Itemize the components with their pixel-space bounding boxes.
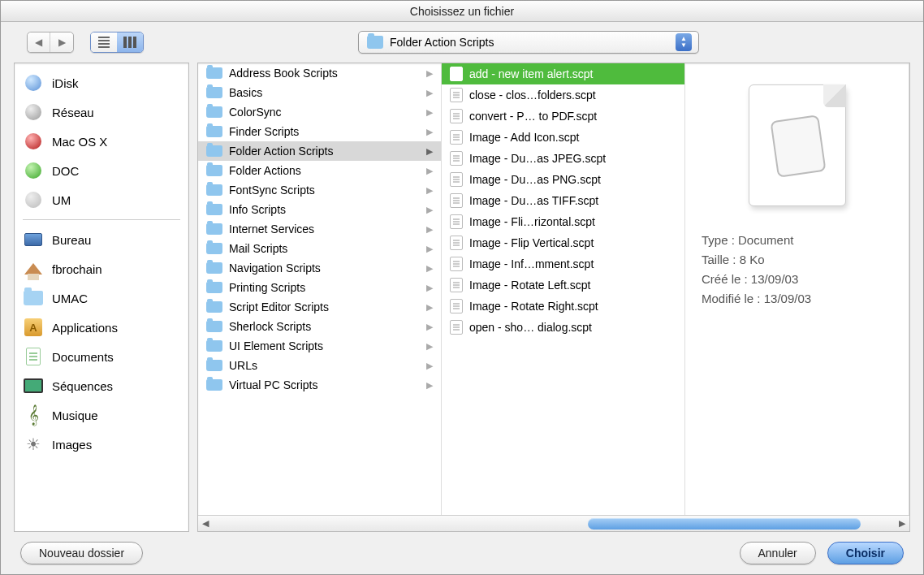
- um-icon: [23, 189, 44, 210]
- column-view-icon: [123, 37, 136, 48]
- preview-type: Type : Document: [702, 231, 892, 250]
- script-file-icon: [450, 257, 463, 271]
- folder-row[interactable]: Sherlock Scripts▶: [198, 317, 441, 336]
- file-row[interactable]: Image - Du…as PNG.scpt: [442, 169, 684, 190]
- folder-row[interactable]: FontSync Scripts▶: [198, 180, 441, 200]
- folder-row-label: Info Scripts: [229, 203, 420, 216]
- path-popup-label: Folder Action Scripts: [390, 36, 676, 49]
- sidebar-item[interactable]: UMAC: [15, 283, 188, 313]
- scroll-left-icon[interactable]: ◀: [198, 518, 213, 529]
- folder-row[interactable]: Navigation Scripts▶: [198, 258, 441, 278]
- sidebar-item[interactable]: Réseau: [15, 97, 188, 127]
- cancel-button[interactable]: Annuler: [740, 542, 816, 564]
- horizontal-scrollbar[interactable]: ◀ ▶: [198, 515, 909, 531]
- file-row-label: Image - Inf…mment.scpt: [469, 257, 676, 270]
- path-popup[interactable]: Folder Action Scripts ▲▼: [358, 31, 699, 54]
- idisk-icon: [23, 72, 44, 93]
- file-row[interactable]: Image - Du…as JPEG.scpt: [442, 148, 684, 169]
- chevron-right-icon: ▶: [426, 166, 433, 176]
- sidebar-item-label: Séquences: [52, 379, 113, 393]
- sidebar-item[interactable]: iDisk: [15, 68, 188, 97]
- folder-row-label: Basics: [229, 86, 420, 99]
- macosx-icon: [23, 131, 44, 152]
- folder-icon: [206, 67, 222, 79]
- desktop-icon: [23, 229, 44, 250]
- file-row[interactable]: Image - Add Icon.scpt: [442, 127, 684, 148]
- folder-row[interactable]: URLs▶: [198, 356, 441, 375]
- sidebar-item[interactable]: Séquences: [15, 371, 188, 400]
- scroll-track[interactable]: [213, 517, 895, 531]
- script-file-icon: [450, 278, 463, 292]
- folder-icon: [206, 184, 222, 196]
- sidebar-item[interactable]: Mac OS X: [15, 127, 188, 156]
- sidebar-item[interactable]: DOC: [15, 156, 188, 185]
- new-folder-button[interactable]: Nouveau dossier: [20, 542, 143, 564]
- chevron-right-icon: ▶: [426, 88, 433, 98]
- document-preview-icon: [749, 84, 846, 206]
- file-row[interactable]: Image - Fli…rizontal.scpt: [442, 211, 684, 232]
- folder-row[interactable]: Internet Services▶: [198, 219, 441, 239]
- sidebar-item[interactable]: ☀Images: [15, 430, 188, 459]
- folder-row-label: Virtual PC Scripts: [229, 378, 420, 391]
- file-row[interactable]: open - sho… dialog.scpt: [442, 317, 684, 338]
- scroll-right-icon[interactable]: ▶: [895, 518, 909, 529]
- sidebar-item-label: iDisk: [52, 76, 79, 90]
- preview-created: Créé le : 13/09/03: [702, 270, 892, 289]
- folder-row[interactable]: Basics▶: [198, 83, 441, 102]
- folder-row[interactable]: UI Element Scripts▶: [198, 336, 441, 356]
- column-1[interactable]: Address Book Scripts▶Basics▶ColorSync▶Fi…: [198, 63, 442, 515]
- folder-icon: [206, 165, 222, 176]
- folder-icon: [367, 36, 383, 49]
- file-row[interactable]: Image - Rotate Left.scpt: [442, 275, 684, 296]
- choose-button[interactable]: Choisir: [827, 542, 904, 564]
- script-file-icon: [450, 151, 463, 166]
- file-row[interactable]: Image - Rotate Right.scpt: [442, 296, 684, 317]
- scroll-thumb[interactable]: [588, 518, 861, 530]
- nav-back-button[interactable]: ◀: [28, 32, 50, 52]
- folder-row[interactable]: ColorSync▶: [198, 102, 441, 122]
- column-2[interactable]: add - new item alert.scptclose - clos…fo…: [442, 63, 685, 515]
- file-row[interactable]: Image - Flip Vertical.scpt: [442, 232, 684, 253]
- nav-buttons: ◀ ▶: [27, 32, 74, 53]
- sidebar-item[interactable]: Documents: [15, 342, 188, 371]
- view-mode-buttons: [90, 32, 144, 53]
- column-view-button[interactable]: [117, 32, 143, 52]
- folder-icon: [206, 106, 222, 118]
- folder-icon: [206, 360, 222, 371]
- script-file-icon: [450, 299, 463, 313]
- columns: Address Book Scripts▶Basics▶ColorSync▶Fi…: [198, 63, 909, 515]
- folder-row[interactable]: Folder Action Scripts▶: [198, 141, 441, 161]
- folder-icon: [206, 145, 222, 157]
- folder-row[interactable]: Folder Actions▶: [198, 161, 441, 180]
- network-icon: [23, 102, 44, 123]
- file-row[interactable]: Image - Du…as TIFF.scpt: [442, 190, 684, 211]
- sidebar-item-label: Réseau: [52, 106, 94, 119]
- folder-row-label: Script Editor Scripts: [229, 300, 420, 313]
- folder-icon: [206, 126, 222, 137]
- file-row[interactable]: convert - P… to PDF.scpt: [442, 106, 684, 127]
- sidebar-item[interactable]: UM: [15, 185, 188, 214]
- folder-row[interactable]: Printing Scripts▶: [198, 278, 441, 297]
- sidebar-item[interactable]: 𝄞Musique: [15, 400, 188, 430]
- folder-row[interactable]: Mail Scripts▶: [198, 239, 441, 258]
- file-row-label: Image - Du…as PNG.scpt: [469, 173, 676, 186]
- sidebar-item[interactable]: fbrochain: [15, 254, 188, 283]
- folder-icon: [206, 282, 222, 293]
- folder-row[interactable]: Script Editor Scripts▶: [198, 297, 441, 317]
- folder-row[interactable]: Virtual PC Scripts▶: [198, 375, 441, 395]
- sidebar-item[interactable]: Bureau: [15, 225, 188, 254]
- folder-row[interactable]: Finder Scripts▶: [198, 122, 441, 141]
- folder-row[interactable]: Info Scripts▶: [198, 200, 441, 219]
- folder-icon: [206, 243, 222, 254]
- sidebar-item[interactable]: Applications: [15, 313, 188, 342]
- folder-row[interactable]: Address Book Scripts▶: [198, 63, 441, 83]
- list-view-button[interactable]: [91, 32, 117, 52]
- script-file-icon: [450, 130, 463, 145]
- nav-forward-button[interactable]: ▶: [50, 32, 73, 52]
- script-file-icon: [450, 320, 463, 335]
- file-row[interactable]: add - new item alert.scpt: [442, 63, 684, 84]
- file-row[interactable]: Image - Inf…mment.scpt: [442, 253, 684, 275]
- popup-arrows-icon: ▲▼: [676, 33, 692, 51]
- file-row-label: open - sho… dialog.scpt: [469, 321, 676, 334]
- file-row[interactable]: close - clos…folders.scpt: [442, 84, 684, 106]
